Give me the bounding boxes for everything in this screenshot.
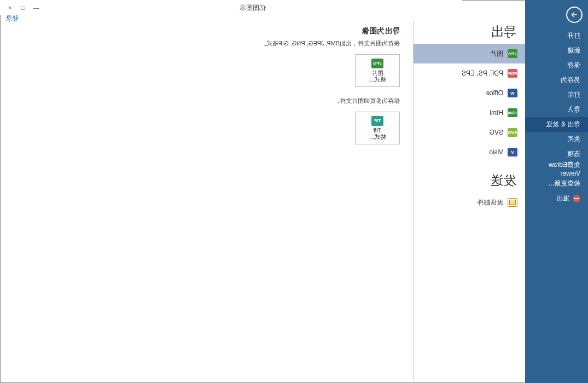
svg-file-icon: SVG — [508, 128, 517, 137]
export-cat-office[interactable]: W Office — [414, 83, 525, 103]
export-category-column: 导出 JPG 图片 PDF PDF, PS, EPS W Office HTML… — [414, 21, 525, 383]
pdf-file-icon: PDF — [508, 69, 517, 78]
sidebar-item-options[interactable]: 选项 — [525, 147, 588, 161]
arrow-right-circle-icon — [570, 10, 579, 19]
sidebar-item-import[interactable]: 导入 — [525, 102, 588, 117]
action-label: 图片格式... — [369, 69, 386, 83]
export-image-button[interactable]: JPG 图片格式... — [355, 54, 400, 87]
export-main-panel: 导出为图像 保存为图片文件，比如BMP, JPEG, PNG, GIF格式。 J… — [0, 21, 414, 383]
window-minimize-button[interactable]: — — [30, 2, 43, 13]
export-cat-pdf[interactable]: PDF PDF, PS, EPS — [414, 63, 525, 83]
image-file-icon: JPG — [508, 49, 517, 58]
export-cat-label: Visio — [489, 148, 503, 156]
backstage-sidebar: 打开 新建 保存 另存为 打印 导入 导出 & 发送 关闭 选项 免费Edraw… — [525, 0, 588, 383]
sidebar-item-exit[interactable]: 退出 — [525, 191, 588, 206]
send-item-label: 发送邮件 — [477, 198, 503, 207]
export-heading: 导出 — [414, 21, 525, 44]
sidebar-item-viewer[interactable]: 免费Edraw Viewer — [525, 161, 588, 176]
export-cat-visio[interactable]: V Visio — [414, 142, 525, 162]
export-cat-image[interactable]: JPG 图片 — [414, 44, 525, 63]
sidebar-item-print[interactable]: 打印 — [525, 88, 588, 102]
titlebar: × □ — 亿图图示 — [0, 0, 462, 15]
export-tiff-button[interactable]: TIF Tiff格式... — [355, 112, 400, 144]
export-cat-html[interactable]: HTML Html — [414, 103, 525, 123]
window-title: 亿图图示 — [43, 3, 462, 13]
sidebar-item-open[interactable]: 打开 — [525, 28, 588, 43]
visio-file-icon: V — [508, 148, 517, 156]
action-label: Tiff格式... — [369, 127, 386, 140]
window-close-button[interactable]: × — [3, 2, 16, 13]
window-maximize-button[interactable]: □ — [16, 2, 30, 13]
export-cat-label: Html — [490, 109, 503, 117]
html-file-icon: HTML — [508, 108, 517, 117]
tiff-file-icon: TIF — [371, 116, 383, 126]
sidebar-item-update[interactable]: 检查更新... — [525, 176, 588, 191]
mail-icon — [508, 198, 517, 207]
export-cat-label: 图片 — [490, 49, 503, 59]
back-arrow-button[interactable] — [566, 7, 583, 23]
sidebar-item-new[interactable]: 新建 — [525, 43, 588, 58]
export-cat-label: PDF, PS, EPS — [462, 69, 503, 77]
export-cat-label: SVG — [490, 129, 503, 136]
export-image-heading: 导出为图像 — [11, 26, 400, 36]
sidebar-item-close[interactable]: 关闭 — [525, 132, 588, 147]
export-cat-svg[interactable]: SVG SVG — [414, 123, 525, 142]
export-cat-label: Office — [486, 89, 503, 97]
send-heading: 发送 — [414, 162, 525, 193]
send-email[interactable]: 发送邮件 — [414, 193, 525, 212]
word-file-icon: W — [508, 89, 517, 97]
sidebar-item-save-as[interactable]: 另存为 — [525, 73, 588, 88]
sidebar-item-save[interactable]: 保存 — [525, 58, 588, 73]
export-image-desc: 保存为图片文件，比如BMP, JPEG, PNG, GIF格式。 — [11, 39, 400, 48]
sidebar-item-export-send[interactable]: 导出 & 发送 — [525, 117, 588, 132]
exit-icon — [573, 195, 580, 202]
image-file-icon: JPG — [371, 59, 383, 68]
export-tiff-desc: 保存为多页tiff图片文件。 — [11, 97, 400, 105]
